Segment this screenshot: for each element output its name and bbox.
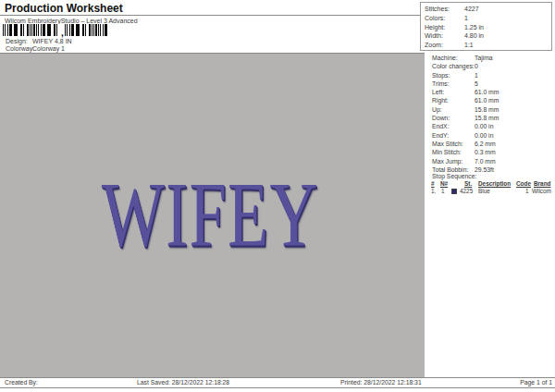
machine-info-panel: Machine: Tajima Color changes: 0 Stops: … — [425, 54, 555, 377]
machine-info-row: Max Stitch: 6.2 mm — [425, 140, 555, 148]
info-value: 0.3 mm — [475, 148, 496, 156]
machine-info-row: Color changes: 0 — [425, 62, 555, 70]
info-value: 0 — [475, 62, 478, 70]
machine-info-row: Down: 15.8 mm — [425, 114, 555, 122]
info-label: Trims: — [432, 80, 450, 87]
colorway-value: Colorway 1 — [32, 45, 65, 52]
info-label: Left: — [432, 89, 444, 95]
info-value: 1 — [475, 71, 478, 80]
seq-row-n: 1 — [441, 188, 445, 194]
page-number: Page 1 of 1 — [520, 379, 552, 386]
summary-row-zoom: Zoom: 1:1 — [425, 41, 551, 50]
summary-row-colors: Colors: 1 — [425, 14, 551, 23]
last-saved-text: Last Saved: 28/12/2022 12:18:28 — [137, 379, 229, 386]
machine-info-row: Stops: 1 — [425, 71, 555, 80]
summary-label: Stitches: — [425, 6, 450, 12]
info-value: 0.00 in — [475, 122, 493, 130]
created-by-label: Created By: — [5, 379, 38, 386]
embroidery-design-text: WIFEY — [102, 168, 319, 261]
info-label: Color changes: — [432, 63, 475, 69]
footer-bottom-divider — [0, 387, 555, 388]
thread-color-swatch — [451, 189, 457, 194]
info-label: EndY: — [432, 132, 449, 139]
info-value: 15.8 mm — [475, 114, 499, 122]
info-value: Tajima — [475, 54, 493, 62]
info-value: 29.53ft — [475, 165, 494, 174]
title-divider — [0, 15, 420, 16]
summary-row-height: Height: 1.25 in — [425, 23, 551, 32]
machine-info-row: Min Stitch: 0.3 mm — [425, 148, 555, 156]
barcode-segment-1 — [3, 24, 60, 36]
printed-text: Printed: 28/12/2022 12:18:31 — [340, 379, 422, 386]
info-value: 15.8 mm — [475, 105, 499, 114]
colorway-label: Colorway: — [6, 45, 34, 52]
seq-row-st: 4225 — [460, 188, 473, 194]
machine-info-row: Machine: Tajima — [425, 54, 555, 62]
machine-info-row: Trims: 5 — [425, 80, 555, 88]
app-subtitle: Wilcom EmbroideryStudio – Level 3 Advanc… — [5, 18, 138, 24]
machine-info-row: EndY: 0.00 in — [425, 131, 555, 140]
info-label: Machine: — [432, 55, 458, 61]
summary-value: 4227 — [464, 5, 479, 14]
seq-col-code: Code — [516, 180, 531, 187]
info-value: 5 — [475, 80, 478, 88]
summary-row-width: Width: 4.80 in — [425, 31, 551, 41]
page-title: Production Worksheet — [5, 2, 123, 15]
info-label: Down: — [432, 115, 450, 121]
info-label: EndX: — [432, 123, 450, 129]
info-value: 0.00 in — [475, 131, 493, 140]
design-summary-box: Stitches: 4227 Colors: 1 Height: 1.25 in… — [420, 2, 552, 51]
info-label: Stops: — [432, 72, 450, 79]
seq-col-description: Description — [478, 180, 511, 187]
info-label: Max Stitch: — [432, 141, 463, 147]
summary-value: 1.25 in — [464, 23, 484, 32]
seq-col-st: St. — [464, 180, 472, 187]
summary-label: Width: — [425, 32, 443, 39]
info-value: 61.0 mm — [475, 88, 499, 96]
seq-col-n: N# — [440, 180, 448, 187]
machine-info-row: Left: 61.0 mm — [425, 88, 555, 96]
info-label: Up: — [432, 106, 442, 113]
seq-col-num: # — [431, 180, 435, 187]
info-label: Total Bobbin: — [432, 166, 468, 173]
summary-value: 4.80 in — [464, 31, 484, 41]
summary-label: Height: — [425, 24, 445, 31]
info-value: 61.0 mm — [475, 96, 499, 104]
info-value: 6.2 mm — [475, 140, 496, 148]
seq-row-num: 1. — [431, 188, 436, 194]
design-value: WIFEY 4,8 IN — [32, 38, 72, 44]
info-label: Right: — [432, 97, 449, 104]
footer-top-divider — [0, 377, 555, 378]
info-label: Max Jump: — [432, 158, 462, 165]
seq-row-code: 1 — [525, 188, 529, 194]
summary-value: 1 — [464, 14, 468, 23]
seq-row-brand: Wilcom — [532, 188, 551, 194]
seq-col-brand: Brand — [534, 180, 550, 187]
machine-info-row: Up: 15.8 mm — [425, 105, 555, 114]
summary-row-stitches: Stitches: 4227 — [425, 5, 551, 14]
summary-label: Colors: — [425, 15, 445, 21]
barcode-segment-2 — [65, 24, 107, 36]
design-label: Design: — [6, 38, 28, 44]
summary-value: 1:1 — [464, 41, 474, 50]
stop-sequence-title: Stop Sequence: — [432, 173, 476, 179]
summary-label: Zoom: — [425, 42, 443, 48]
info-value: 7.0 mm — [475, 157, 496, 165]
machine-info-row: Right: 61.0 mm — [425, 96, 555, 104]
machine-info-row: EndX: 0.00 in — [425, 122, 555, 130]
info-label: Min Stitch: — [432, 149, 462, 155]
seq-row-description: Blue — [478, 188, 490, 194]
design-barcode: , — [3, 24, 107, 36]
machine-info-row: Max Jump: 7.0 mm — [425, 157, 555, 165]
